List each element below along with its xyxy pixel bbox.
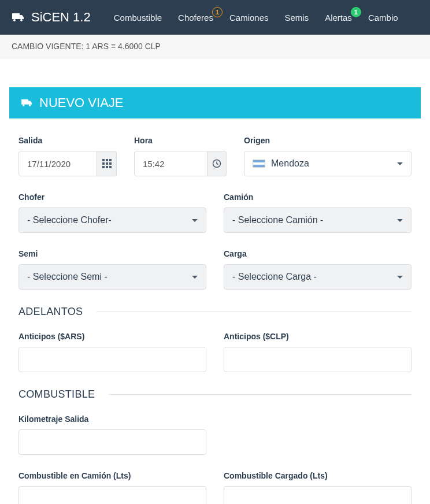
input-anticipos-ars[interactable] [18, 347, 206, 372]
field-combustible-cargado: Combustible Cargado (Lts) [224, 471, 412, 504]
label-km-salida: Kilometraje Salida [18, 414, 206, 424]
chevron-down-icon [397, 162, 403, 165]
chevron-down-icon [397, 219, 403, 222]
label-combustible-camion: Combustible en Camión (Lts) [18, 471, 206, 480]
label-semi: Semi [18, 249, 206, 258]
label-camion: Camión [224, 192, 412, 202]
field-hora: Hora [134, 136, 227, 176]
nav-alertas[interactable]: Alertas 1 [325, 13, 352, 23]
select-semi[interactable]: - Seleccione Semi - [18, 264, 206, 290]
exchange-rate-bar: CAMBIO VIGENTE: 1 ARS = 4.6000 CLP [0, 35, 430, 58]
nav-cambio[interactable]: Cambio [368, 13, 398, 23]
field-chofer: Chofer - Seleccione Chofer- [18, 192, 206, 233]
input-anticipos-clp[interactable] [224, 347, 412, 372]
panel-body: Salida Hora Origen [9, 118, 421, 504]
nav-combustible[interactable]: Combustible [114, 13, 162, 23]
calendar-grid-icon [102, 159, 112, 168]
label-carga: Carga [224, 249, 412, 258]
input-combustible-camion[interactable] [18, 486, 206, 504]
select-carga[interactable]: - Seleccione Carga - [224, 264, 412, 290]
chevron-down-icon [397, 276, 403, 279]
nav-semis[interactable]: Semis [285, 13, 309, 23]
label-anticipos-clp: Anticipos ($CLP) [224, 332, 412, 341]
select-origen-value: Mendoza [271, 158, 309, 169]
label-anticipos-ars: Anticipos ($ARS) [18, 332, 206, 341]
nav-camiones[interactable]: Camiones [229, 13, 269, 23]
panel-title: NUEVO VIAJE [39, 95, 123, 110]
label-hora: Hora [134, 136, 227, 145]
select-camion[interactable]: - Seleccione Camión - [224, 207, 412, 233]
nav-items: Combustible Choferes 1 Camiones Semis Al… [114, 13, 398, 23]
badge-alertas: 1 [351, 7, 361, 17]
section-combustible: COMBUSTIBLE [18, 388, 412, 401]
row-anticipos: Anticipos ($ARS) Anticipos ($CLP) [18, 332, 412, 372]
spacer [224, 414, 412, 455]
field-km-salida: Kilometraje Salida [18, 414, 206, 455]
field-combustible-camion: Combustible en Camión (Lts) [18, 471, 206, 504]
label-combustible-cargado: Combustible Cargado (Lts) [224, 471, 412, 480]
panel-header: NUEVO VIAJE [9, 87, 421, 118]
input-combustible-cargado[interactable] [224, 486, 412, 504]
select-origen[interactable]: Mendoza [244, 151, 412, 176]
field-origen: Origen Mendoza [244, 136, 412, 176]
argentina-flag-icon [253, 160, 265, 168]
chevron-down-icon [192, 219, 198, 222]
field-carga: Carga - Seleccione Carga - [224, 249, 412, 290]
section-adelantos: ADELANTOS [18, 306, 412, 318]
chevron-down-icon [192, 276, 198, 279]
truck-icon [12, 12, 25, 23]
field-anticipos-clp: Anticipos ($CLP) [224, 332, 412, 372]
input-km-salida[interactable] [18, 429, 206, 455]
nav-alertas-label: Alertas [325, 13, 352, 23]
clock-icon [212, 159, 221, 168]
clock-button[interactable] [207, 151, 227, 176]
select-carga-value: - Seleccione Carga - [232, 272, 317, 282]
field-anticipos-ars: Anticipos ($ARS) [18, 332, 206, 372]
select-chofer-value: - Seleccione Chofer- [27, 215, 112, 225]
label-origen: Origen [244, 136, 412, 145]
field-semi: Semi - Seleccione Semi - [18, 249, 206, 290]
row-semi-carga: Semi - Seleccione Semi - Carga - Selecci… [18, 249, 412, 290]
row-km-salida: Kilometraje Salida [18, 414, 412, 455]
row-salida-hora-origen: Salida Hora Origen [18, 136, 412, 176]
brand[interactable]: SiCEN 1.2 [12, 10, 91, 25]
truck-icon [21, 98, 34, 108]
label-salida: Salida [18, 136, 117, 145]
input-hora[interactable] [134, 151, 207, 176]
input-salida[interactable] [18, 151, 97, 176]
divider-line [97, 312, 412, 312]
field-salida: Salida [18, 136, 117, 176]
divider-line [109, 394, 412, 395]
brand-text: SiCEN 1.2 [31, 10, 91, 25]
nav-choferes[interactable]: Choferes 1 [178, 13, 213, 23]
select-camion-value: - Seleccione Camión - [232, 215, 323, 225]
content: NUEVO VIAJE Salida Hora [0, 58, 430, 504]
row-combustible-fields: Combustible en Camión (Lts) Combustible … [18, 471, 412, 504]
nav-choferes-label: Choferes [178, 13, 213, 23]
badge-choferes: 1 [212, 7, 223, 17]
calendar-button[interactable] [97, 151, 117, 176]
navbar: SiCEN 1.2 Combustible Choferes 1 Camione… [0, 0, 430, 35]
section-combustible-title: COMBUSTIBLE [18, 388, 95, 401]
section-adelantos-title: ADELANTOS [18, 306, 83, 318]
select-chofer[interactable]: - Seleccione Chofer- [18, 207, 206, 233]
label-chofer: Chofer [18, 192, 206, 202]
select-semi-value: - Seleccione Semi - [27, 272, 108, 282]
row-chofer-camion: Chofer - Seleccione Chofer- Camión - Sel… [18, 192, 412, 233]
field-camion: Camión - Seleccione Camión - [224, 192, 412, 233]
